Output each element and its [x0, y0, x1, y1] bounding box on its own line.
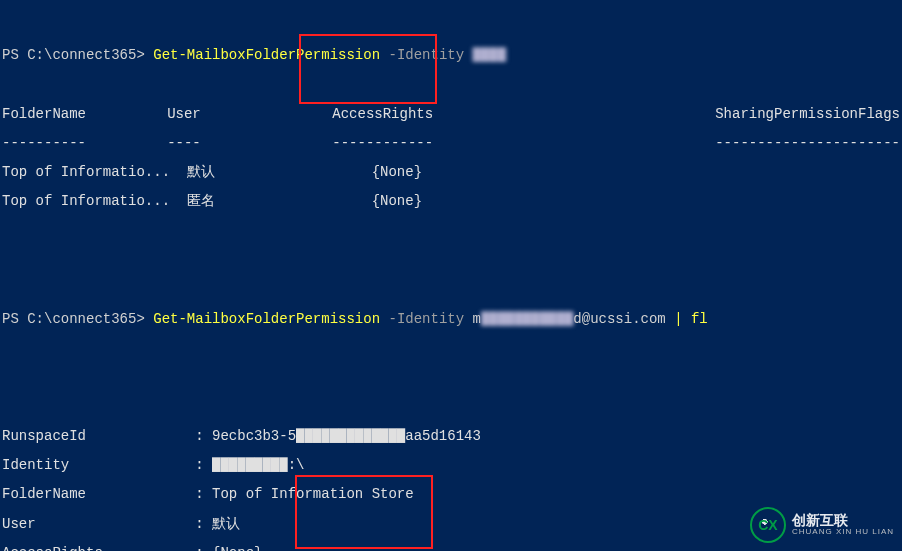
param-identity-1: -Identity: [380, 48, 472, 63]
fl-line: RunspaceId: 9ecbc3b3-5█████████████aa5d1…: [2, 429, 900, 444]
fl-line: Identity: █████████:\: [2, 458, 900, 473]
cmd-line-2: PS C:\connect365> Get-MailboxFolderPermi…: [2, 312, 900, 327]
table1-row: Top of Informatio...匿名{None}: [2, 194, 900, 209]
blank: [2, 77, 900, 92]
blank: [2, 224, 900, 239]
redacted-identity-1: ████: [473, 48, 507, 63]
watermark: CX 创新互联 CHUANG XIN HU LIAN: [750, 507, 894, 543]
table1-row: Top of Informatio...默认{None}: [2, 165, 900, 180]
fl-line: AccessRights: {None}: [2, 546, 900, 551]
prompt-1: PS C:\connect365>: [2, 48, 153, 63]
watermark-logo-icon: CX: [750, 507, 786, 543]
watermark-subtitle: CHUANG XIN HU LIAN: [792, 528, 894, 537]
table1-underline: ----------------------------------------…: [2, 136, 900, 151]
watermark-title: 创新互联: [792, 513, 894, 528]
th-accessrights: AccessRights: [332, 107, 715, 122]
blank: [2, 370, 900, 385]
cmd-line-1: PS C:\connect365> Get-MailboxFolderPermi…: [2, 48, 900, 63]
th-user: User: [167, 107, 332, 122]
table1-header: FolderNameUserAccessRightsSharingPermiss…: [2, 107, 900, 122]
blank: [2, 341, 900, 356]
blank: [2, 253, 900, 268]
redacted-identity-2: ███████████: [481, 312, 573, 327]
th-sharing: SharingPermissionFlags: [715, 107, 900, 122]
powershell-terminal[interactable]: PS C:\connect365> Get-MailboxFolderPermi…: [0, 0, 902, 551]
fl-line: FolderName: Top of Information Store: [2, 487, 900, 502]
cmdlet-1: Get-MailboxFolderPermission: [153, 48, 380, 63]
th-foldername: FolderName: [2, 107, 167, 122]
